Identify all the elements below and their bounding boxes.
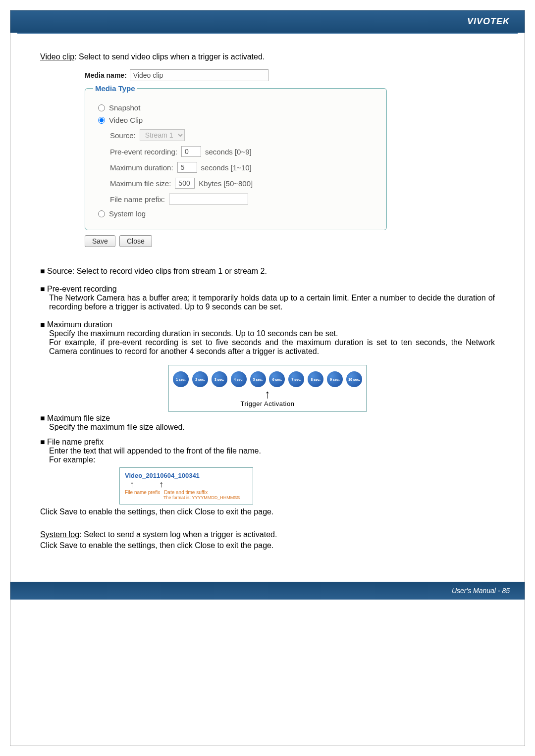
prefix-label: File name prefix: [110,195,165,203]
after-example-para: Click Save to enable the settings, then … [40,507,495,516]
radio-videoclip-label: Video Clip [109,116,143,124]
syslog-line2: Click Save to enable the settings, then … [40,541,495,550]
bullet-preevent-desc: The Network Camera has a buffer area; it… [49,294,495,311]
bullet-source: Source: Select to record video clips fro… [40,267,267,275]
maxsize-input[interactable] [175,178,195,189]
timeline-dots: 1 sec. 2 sec. 3 sec. 4 sec. 5 sec. 6 sec… [173,371,362,387]
preevent-input[interactable] [181,146,201,157]
media-name-label: Media name: [85,71,127,79]
maxdur-input[interactable] [177,162,197,173]
maxdur-label: Maximum duration: [110,163,173,172]
example-label-suffix: Date and time suffix [164,490,208,495]
prefix-input[interactable] [169,194,248,204]
lead-underline: Video clip [40,52,74,61]
bullet-prefix-desc2: For example: [49,455,495,464]
bullet-maxdur-desc2: For example, if pre-event recording is s… [49,338,495,356]
syslog-para: System log: Select to send a system log … [40,530,495,539]
radio-videoclip[interactable] [98,117,105,124]
timeline-dot: 3 sec. [212,371,227,387]
radio-snapshot-label: Snapshot [109,103,140,112]
media-name-input[interactable] [130,69,268,81]
example-filename: Video_20110604_100341 [125,472,248,479]
example-format: The format is: YYYYMMDD_HHMMSS [163,495,248,500]
bullet-maxsize-desc: Specify the maximum file size allowed. [49,423,495,432]
preevent-label: Pre-event recording: [110,148,177,156]
source-label: Source: [110,131,136,140]
timeline-dot: 10 sec. [346,371,362,387]
arrow-up-icon: ↑ [159,479,163,490]
header-underline [17,33,518,34]
bullet-maxdur-title: Maximum duration [40,320,495,329]
media-form-panel: Media name: Media Type Snapshot Video Cl… [85,69,387,247]
bullet-preevent-title: Pre-event recording [40,285,495,294]
preevent-hint: seconds [0~9] [205,148,252,156]
lead-rest: : Select to send video clips when a trig… [74,52,265,61]
lead-paragraph: Video clip: Select to send video clips w… [40,52,495,61]
timeline-dot: 5 sec. [250,371,266,387]
timeline-dot: 8 sec. [308,371,323,387]
timeline-dot: 2 sec. [192,371,208,387]
timeline-label: Trigger Activation [173,400,362,407]
bullet-prefix-desc1: Enter the text that will appended to the… [49,447,495,455]
timeline-dot: 7 sec. [288,371,304,387]
bullet-maxsize-title: Maximum file size [40,414,495,423]
save-button[interactable]: Save [85,235,115,247]
timeline-dot: 4 sec. [231,371,247,387]
example-box: Video_20110604_100341 ↑ ↑ File name pref… [119,467,253,504]
syslog-rest: : Select to send a system log when a tri… [79,530,277,539]
radio-snapshot[interactable] [98,104,105,111]
maxsize-hint: Kbytes [50~800] [199,179,253,188]
page-header: VIVOTEK [10,10,525,33]
close-button[interactable]: Close [119,235,152,247]
footer-text: User's Manual - 85 [452,587,510,595]
maxsize-label: Maximum file size: [110,179,171,188]
media-type-fieldset: Media Type Snapshot Video Clip Source: S… [85,84,387,230]
arrow-up-icon: ↑ [173,389,362,399]
media-type-legend: Media Type [93,84,137,93]
page-footer: User's Manual - 85 [10,582,525,600]
bullet-prefix-title: File name prefix [40,438,495,447]
arrow-up-icon: ↑ [130,479,134,490]
brand-label: VIVOTEK [467,16,510,26]
bullet-maxdur-desc1: Specify the maximum recording duration i… [49,329,495,338]
timeline-dot: 1 sec. [173,371,189,387]
example-label-prefix: File name prefix [125,490,160,495]
syslog-underline: System log [40,530,79,539]
timeline-dot: 9 sec. [327,371,343,387]
maxdur-hint: seconds [1~10] [201,163,252,172]
timeline-dot: 6 sec. [269,371,285,387]
timeline-box: 1 sec. 2 sec. 3 sec. 4 sec. 5 sec. 6 sec… [168,365,367,412]
radio-systemlog-label: System log [109,209,146,218]
source-select[interactable]: Stream 1 [140,129,185,141]
radio-systemlog[interactable] [98,210,105,217]
